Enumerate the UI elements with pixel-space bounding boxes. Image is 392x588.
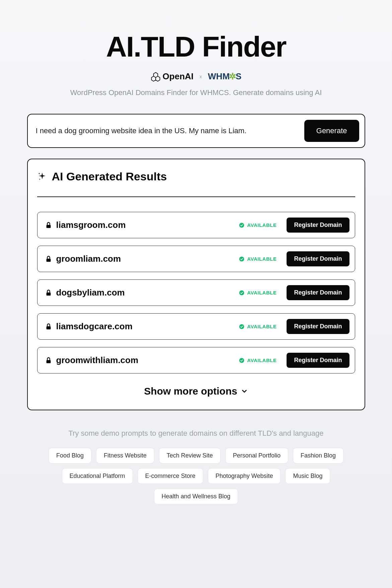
domain-row: groomwithliam.comAVAILABLERegister Domai… xyxy=(37,347,355,373)
check-circle-icon xyxy=(239,358,244,363)
demo-chip[interactable]: E-commerce Store xyxy=(138,468,203,484)
demo-chip[interactable]: Fashion Blog xyxy=(293,448,343,464)
chevron-down-icon xyxy=(241,388,248,395)
status-group: AVAILABLE xyxy=(239,324,277,329)
status-group: AVAILABLE xyxy=(239,290,277,296)
domain-left: liamsdogcare.com xyxy=(45,321,239,332)
powered-by-row: OpenAI x WHM✲S xyxy=(27,71,365,82)
whmcs-prefix: WHM xyxy=(208,71,230,82)
check-circle-icon xyxy=(239,290,244,296)
domain-row: dogsbyliam.comAVAILABLERegister Domain xyxy=(37,279,355,306)
svg-point-3 xyxy=(239,256,244,261)
results-card: AI Generated Results liamsgroom.comAVAIL… xyxy=(27,159,365,410)
register-button[interactable]: Register Domain xyxy=(287,251,349,266)
show-more-button[interactable]: Show more options xyxy=(37,386,355,397)
svg-rect-0 xyxy=(46,225,51,228)
subtitle: WordPress OpenAI Domains Finder for WHMC… xyxy=(27,88,365,97)
svg-rect-4 xyxy=(46,292,51,296)
whmcs-suffix: S xyxy=(236,71,241,82)
demo-chip[interactable]: Photography Website xyxy=(208,468,281,484)
lock-icon xyxy=(45,323,52,330)
status-group: AVAILABLE xyxy=(239,222,277,228)
domain-row: liamsdogcare.comAVAILABLERegister Domain xyxy=(37,313,355,340)
lock-icon xyxy=(45,222,52,229)
status-label: AVAILABLE xyxy=(247,222,277,228)
domain-name: groomliam.com xyxy=(56,254,121,264)
demo-chip[interactable]: Music Blog xyxy=(285,468,330,484)
domain-name: liamsdogcare.com xyxy=(56,321,133,332)
register-button[interactable]: Register Domain xyxy=(287,319,349,334)
domain-list: liamsgroom.comAVAILABLERegister Domaingr… xyxy=(37,212,355,373)
svg-rect-6 xyxy=(46,326,51,329)
openai-label: OpenAI xyxy=(163,71,193,82)
openai-icon xyxy=(151,72,161,82)
demo-chip[interactable]: Health and Wellness Blog xyxy=(154,489,238,504)
svg-point-5 xyxy=(239,290,244,295)
status-label: AVAILABLE xyxy=(247,290,277,296)
separator: x xyxy=(200,74,202,79)
domain-name: dogsbyliam.com xyxy=(56,287,125,298)
svg-point-1 xyxy=(239,223,244,228)
svg-point-9 xyxy=(239,358,244,363)
sparkle-icon xyxy=(37,172,47,182)
header: AI.TLD Finder OpenAI x WHM✲S WordPress O… xyxy=(27,30,365,97)
domain-name: liamsgroom.com xyxy=(56,220,126,230)
domain-name: groomwithliam.com xyxy=(56,355,139,365)
svg-rect-8 xyxy=(46,360,51,363)
domain-row: liamsgroom.comAVAILABLERegister Domain xyxy=(37,212,355,238)
status-label: AVAILABLE xyxy=(247,324,277,329)
demo-chip[interactable]: Food Blog xyxy=(49,448,91,464)
demo-chip[interactable]: Personal Portfolio xyxy=(225,448,288,464)
search-card: Generate xyxy=(27,114,365,148)
openai-logo: OpenAI xyxy=(151,71,193,82)
lock-icon xyxy=(45,255,52,263)
app-title: AI.TLD Finder xyxy=(27,30,365,63)
demo-hint: Try some demo prompts to generate domain… xyxy=(27,429,365,438)
status-label: AVAILABLE xyxy=(247,256,277,262)
prompt-input[interactable] xyxy=(36,127,299,135)
domain-left: liamsgroom.com xyxy=(45,220,239,230)
demo-chips: Food BlogFitness WebsiteTech Review Site… xyxy=(27,448,365,504)
domain-left: groomliam.com xyxy=(45,254,239,264)
lock-icon xyxy=(45,289,52,297)
demo-chip[interactable]: Educational Platform xyxy=(62,468,133,484)
check-circle-icon xyxy=(239,256,244,262)
status-group: AVAILABLE xyxy=(239,357,277,363)
demo-section: Try some demo prompts to generate domain… xyxy=(27,429,365,504)
generate-button[interactable]: Generate xyxy=(304,120,359,142)
register-button[interactable]: Register Domain xyxy=(287,285,349,300)
results-header: AI Generated Results xyxy=(37,170,355,197)
gear-icon: ✲ xyxy=(229,71,236,82)
check-circle-icon xyxy=(239,324,244,329)
svg-point-7 xyxy=(239,324,244,329)
demo-chip[interactable]: Tech Review Site xyxy=(159,448,221,464)
status-label: AVAILABLE xyxy=(247,357,277,363)
status-group: AVAILABLE xyxy=(239,256,277,262)
domain-left: dogsbyliam.com xyxy=(45,287,239,298)
register-button[interactable]: Register Domain xyxy=(287,218,349,233)
whmcs-logo: WHM✲S xyxy=(208,71,241,82)
domain-row: groomliam.comAVAILABLERegister Domain xyxy=(37,246,355,272)
register-button[interactable]: Register Domain xyxy=(287,353,349,368)
svg-rect-2 xyxy=(46,259,51,262)
results-title: AI Generated Results xyxy=(52,170,167,183)
show-more-label: Show more options xyxy=(144,386,237,397)
lock-icon xyxy=(45,357,52,364)
check-circle-icon xyxy=(239,223,244,228)
domain-left: groomwithliam.com xyxy=(45,355,239,365)
demo-chip[interactable]: Fitness Website xyxy=(96,448,154,464)
